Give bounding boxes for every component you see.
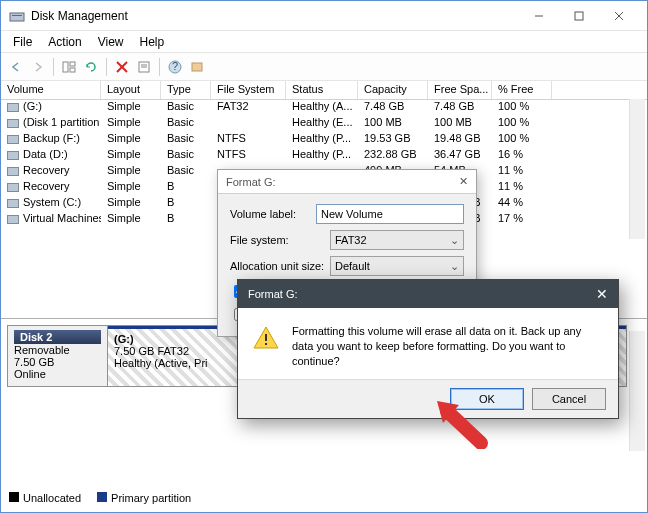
filesystem-value: FAT32 <box>335 234 367 246</box>
format-dialog-title: Format G: <box>226 176 276 188</box>
chevron-down-icon: ⌄ <box>450 234 459 247</box>
volume-icon <box>7 167 19 176</box>
format-dialog-titlebar[interactable]: Format G: ✕ <box>218 170 476 194</box>
forward-icon[interactable] <box>29 58 47 76</box>
col-filesystem[interactable]: File System <box>211 81 286 99</box>
volume-grid-header: Volume Layout Type File System Status Ca… <box>1 81 647 100</box>
disk-size: 7.50 GB <box>14 356 101 368</box>
table-row[interactable]: Data (D:)SimpleBasicNTFSHealthy (P...232… <box>1 148 647 164</box>
menu-file[interactable]: File <box>5 33 40 51</box>
col-layout[interactable]: Layout <box>101 81 161 99</box>
diskmap-scrollbar[interactable] <box>629 331 645 451</box>
aus-select[interactable]: Default ⌄ <box>330 256 464 276</box>
confirm-dialog-close-icon[interactable]: ✕ <box>596 286 608 302</box>
table-row[interactable]: Backup (F:)SimpleBasicNTFSHealthy (P...1… <box>1 132 647 148</box>
disk-label-block: Disk 2 Removable 7.50 GB Online <box>8 326 108 386</box>
aus-label: Allocation unit size: <box>230 260 330 272</box>
menu-help[interactable]: Help <box>132 33 173 51</box>
menu-view[interactable]: View <box>90 33 132 51</box>
back-icon[interactable] <box>7 58 25 76</box>
svg-rect-16 <box>192 63 202 71</box>
close-button[interactable] <box>599 1 639 31</box>
volume-icon <box>7 183 19 192</box>
volume-icon <box>7 199 19 208</box>
maximize-button[interactable] <box>559 1 599 31</box>
col-freespace[interactable]: Free Spa... <box>428 81 492 99</box>
filesystem-select[interactable]: FAT32 ⌄ <box>330 230 464 250</box>
legend-unallocated: Unallocated <box>23 492 81 504</box>
confirm-dialog-title: Format G: <box>248 288 298 300</box>
ok-button[interactable]: OK <box>450 388 524 410</box>
volume-icon <box>7 119 19 128</box>
svg-rect-7 <box>70 62 75 66</box>
legend: Unallocated Primary partition <box>9 492 191 504</box>
app-icon <box>9 8 25 24</box>
toolbar-generic-icon[interactable] <box>188 58 206 76</box>
filesystem-label: File system: <box>230 234 330 246</box>
chevron-down-icon: ⌄ <box>450 260 459 273</box>
col-volume[interactable]: Volume <box>1 81 101 99</box>
confirm-dialog-titlebar[interactable]: Format G: ✕ <box>238 280 618 308</box>
table-row[interactable]: (G:)SimpleBasicFAT32Healthy (A...7.48 GB… <box>1 100 647 116</box>
col-capacity[interactable]: Capacity <box>358 81 428 99</box>
svg-rect-8 <box>70 68 75 72</box>
svg-rect-17 <box>265 334 267 341</box>
window-titlebar: Disk Management <box>1 1 647 31</box>
disk-media: Removable <box>14 344 101 356</box>
warning-icon <box>252 324 280 352</box>
disk-title: Disk 2 <box>14 330 101 344</box>
volume-label-input[interactable] <box>316 204 464 224</box>
legend-primary: Primary partition <box>111 492 191 504</box>
toolbar: ? <box>1 53 647 81</box>
volume-icon <box>7 103 19 112</box>
col-type[interactable]: Type <box>161 81 211 99</box>
confirm-dialog: Format G: ✕ Formatting this volume will … <box>237 279 619 419</box>
help-icon[interactable]: ? <box>166 58 184 76</box>
minimize-button[interactable] <box>519 1 559 31</box>
disk-status: Online <box>14 368 101 380</box>
svg-rect-0 <box>10 13 24 21</box>
table-row[interactable]: (Disk 1 partition 2)SimpleBasicHealthy (… <box>1 116 647 132</box>
menu-action[interactable]: Action <box>40 33 89 51</box>
format-dialog-close-icon[interactable]: ✕ <box>459 175 468 188</box>
svg-rect-18 <box>265 343 267 345</box>
grid-scrollbar[interactable] <box>629 99 645 239</box>
col-status[interactable]: Status <box>286 81 358 99</box>
svg-text:?: ? <box>172 60 178 72</box>
properties-icon[interactable] <box>135 58 153 76</box>
refresh-icon[interactable] <box>82 58 100 76</box>
col-pctfree[interactable]: % Free <box>492 81 552 99</box>
window-title: Disk Management <box>31 9 519 23</box>
volume-label-label: Volume label: <box>230 208 316 220</box>
toolbar-layout-icon[interactable] <box>60 58 78 76</box>
aus-value: Default <box>335 260 370 272</box>
svg-rect-3 <box>575 12 583 20</box>
svg-rect-6 <box>63 62 68 72</box>
delete-icon[interactable] <box>113 58 131 76</box>
volume-icon <box>7 135 19 144</box>
cancel-button[interactable]: Cancel <box>532 388 606 410</box>
svg-rect-1 <box>12 15 22 16</box>
confirm-message: Formatting this volume will erase all da… <box>292 324 604 369</box>
volume-icon <box>7 215 19 224</box>
menubar: File Action View Help <box>1 31 647 53</box>
volume-icon <box>7 151 19 160</box>
